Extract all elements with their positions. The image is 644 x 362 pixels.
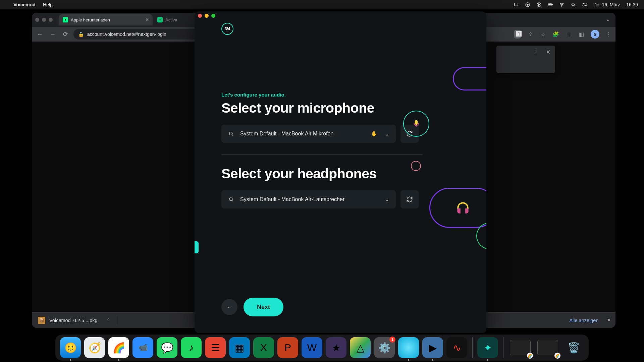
menubar-help[interactable]: Help	[43, 2, 53, 7]
dock-app-blue-icon[interactable]	[398, 337, 419, 358]
nav-forward-icon[interactable]: →	[48, 31, 57, 38]
svg-line-11	[574, 5, 575, 6]
popup-menu-icon[interactable]: ⋮	[533, 49, 539, 55]
dock-whatsapp-icon[interactable]: 💬	[157, 337, 177, 358]
menubar-time[interactable]: 16:39	[626, 2, 638, 7]
dock-powerpoint-icon[interactable]: P	[277, 337, 298, 358]
voicemod-traffic-lights[interactable]	[195, 11, 486, 20]
download-expand-icon[interactable]: ⌃	[106, 318, 111, 323]
download-shelf-close-icon[interactable]: ×	[607, 317, 611, 324]
headphones-heading: Select your headphones	[221, 166, 473, 182]
svg-line-17	[232, 135, 233, 136]
back-button[interactable]: ←	[221, 299, 237, 315]
svg-point-18	[229, 198, 232, 201]
sidepanel-icon[interactable]: ◧	[578, 31, 585, 38]
voicemod-window: 3/4 Let's configure your audio. Select y…	[195, 11, 486, 333]
dock-trello-icon[interactable]: ▦	[229, 337, 250, 358]
settings-badge: 1	[389, 337, 395, 343]
menu-extra-play-icon[interactable]	[536, 2, 542, 7]
dock-systemsettings-icon[interactable]: ⚙️1	[374, 337, 395, 358]
control-center-icon[interactable]	[582, 2, 587, 7]
dock-excel-icon[interactable]: X	[253, 337, 274, 358]
svg-point-16	[229, 132, 232, 135]
dock-word-icon[interactable]: W	[302, 337, 322, 358]
profile-avatar[interactable]: S	[591, 30, 599, 39]
battery-icon[interactable]	[548, 2, 553, 7]
download-filename: Voicemod_0.2.5....pkg	[49, 318, 98, 323]
next-button[interactable]: Next	[244, 298, 283, 316]
popup-close-icon[interactable]: ✕	[546, 49, 550, 55]
svg-rect-12	[583, 3, 584, 4]
share-icon[interactable]: ⇪	[527, 31, 534, 38]
svg-line-19	[232, 200, 233, 201]
decoration-pink-ring	[411, 161, 421, 171]
chrome-favicon-icon: 🌈	[527, 353, 533, 359]
dock-safari-icon[interactable]: 🧭	[84, 337, 105, 358]
bookmark-star-icon[interactable]: ☆	[540, 31, 546, 38]
chrome-mini-popup: ⋮ ✕	[496, 46, 555, 73]
download-file-icon: 📦	[38, 317, 45, 324]
reading-list-icon[interactable]: ≣	[565, 31, 572, 38]
headphones-selected-value: System Default - MacBook Air-Lautspreche…	[240, 196, 379, 202]
dock-googledrive-icon[interactable]: △	[350, 337, 371, 358]
dock-minimized-window-1[interactable]: 🌈	[508, 337, 532, 358]
nav-reload-icon[interactable]: ⟳	[61, 31, 70, 38]
svg-point-4	[527, 4, 528, 5]
svg-rect-14	[583, 5, 584, 6]
menubar-date[interactable]: Do. 16. März	[593, 2, 620, 7]
tabstrip-dropdown-icon[interactable]: ⌄	[606, 17, 610, 22]
wifi-icon[interactable]	[559, 2, 565, 7]
headphones-icon	[429, 188, 486, 228]
section-divider	[221, 154, 423, 155]
tab-favicon-icon: ✦	[63, 17, 68, 22]
dock-todoist-icon[interactable]: ☰	[205, 337, 226, 358]
menu-extra-record-icon[interactable]	[525, 2, 530, 7]
dock-minimized-window-2[interactable]: 🌈	[536, 337, 560, 358]
svg-rect-20	[415, 120, 418, 124]
menubar-app-name[interactable]: Voicemod	[13, 2, 36, 7]
decoration-purple-blob	[453, 67, 486, 90]
extensions-icon[interactable]: 🧩	[552, 31, 559, 38]
configure-audio-subheading: Let's configure your audio.	[221, 92, 473, 98]
tab-title: Activa	[165, 17, 177, 22]
microphone-icon	[403, 111, 429, 137]
chrome-tab-inactive[interactable]: ✦ Activa	[153, 14, 194, 25]
dock-finder-icon[interactable]: 🙂	[60, 337, 81, 358]
dock-imovie-icon[interactable]: ★	[326, 337, 346, 358]
cursor-icon: ✋	[371, 131, 377, 137]
search-icon	[228, 196, 234, 202]
headphones-refresh-button[interactable]	[400, 190, 419, 208]
microphone-selected-value: System Default - MacBook Air Mikrofon	[240, 131, 365, 137]
dock-voicemod-icon[interactable]: ✦	[477, 337, 498, 358]
chrome-traffic-lights[interactable]	[35, 18, 53, 22]
nav-back-icon[interactable]: ←	[35, 31, 45, 38]
translate-icon[interactable]: 🅰	[514, 30, 521, 39]
spotlight-icon[interactable]	[571, 2, 576, 7]
chrome-tab-active[interactable]: ✦ Apple herunterladen ×	[59, 14, 153, 25]
download-item[interactable]: 📦 Voicemod_0.2.5....pkg ⌃	[37, 315, 117, 325]
svg-point-10	[572, 3, 574, 6]
microphone-select[interactable]: System Default - MacBook Air Mikrofon ✋ …	[221, 125, 396, 143]
tab-favicon-icon: ✦	[157, 17, 163, 22]
dock-quicktime-icon[interactable]: ▶	[422, 337, 443, 358]
dock-separator	[503, 337, 503, 358]
dock-zoom-icon[interactable]: 📹	[132, 337, 153, 358]
svg-rect-15	[585, 5, 586, 6]
macos-dock: 🙂 🧭 🌈 📹 💬 ♪ ☰ ▦ X P W ★ △ ⚙️1 ▶ ∿ ✦ 🌈 🌈 …	[55, 335, 589, 361]
dock-spotify-icon[interactable]: ♪	[181, 337, 202, 358]
headphones-select[interactable]: System Default - MacBook Air-Lautspreche…	[221, 190, 396, 208]
svg-point-9	[561, 6, 562, 6]
lock-icon: 🔒	[78, 32, 84, 37]
chevron-down-icon: ⌄	[385, 196, 389, 203]
tab-close-icon[interactable]: ×	[146, 17, 149, 23]
dock-trash-icon[interactable]: 🗑️	[563, 337, 584, 358]
decoration-teal-square	[195, 241, 199, 253]
dock-chrome-icon[interactable]: 🌈	[108, 337, 129, 358]
menu-extra-teleprompter-icon[interactable]	[514, 2, 519, 7]
chrome-menu-icon[interactable]: ⋮	[605, 31, 612, 38]
microphone-heading: Select your microphone	[221, 100, 473, 116]
macos-menubar: Voicemod Help Do. 16. März 16:39	[0, 0, 644, 9]
dock-voicememos-icon[interactable]: ∿	[446, 337, 467, 358]
dock-separator	[472, 337, 473, 358]
download-show-all[interactable]: Alle anzeigen	[569, 318, 598, 323]
